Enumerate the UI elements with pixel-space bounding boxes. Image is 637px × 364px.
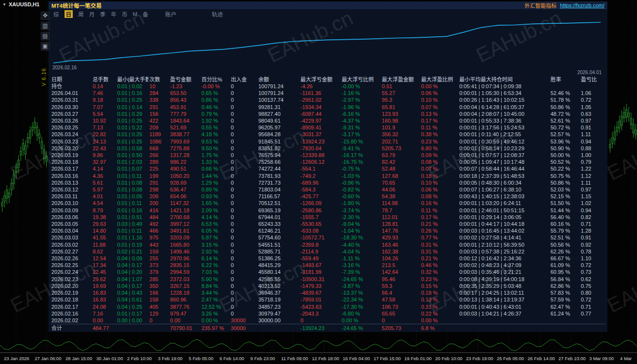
cell: 0:00:03 | 1:04:21 | 4:26:37: [458, 310, 550, 317]
time-axis-label: 16 Feb 04:00: [343, 356, 370, 361]
cell: 0: [230, 124, 258, 131]
menu-item-日[interactable]: 日: [65, 10, 73, 18]
cell: 0.06 %: [420, 186, 458, 193]
cell: 12.52 %: [200, 303, 230, 310]
menu-item-月[interactable]: 月: [89, 10, 95, 18]
cell: 0.01 | 0.05: [116, 193, 148, 200]
menu-item-M[interactable]: M: [133, 11, 138, 17]
cell: 61.09 %: [550, 262, 580, 269]
cell: 9.50 %: [200, 145, 230, 152]
time-axis-label: 6 Feb 14:00: [220, 356, 245, 361]
cell: 0.04 | 0.25: [116, 303, 148, 310]
menu-item-季[interactable]: 季: [100, 10, 106, 18]
cell: [550, 83, 580, 90]
time-axis-label: 30 Jan 01:00: [97, 356, 123, 361]
stats-table-head-row: 日期总手数最小|最大手数次数盈亏金额百分比%出入金余额最大浮亏金额最大浮亏比例最…: [50, 75, 605, 83]
cell: 2835.15: [169, 262, 201, 269]
cell: 1.22: [580, 165, 605, 172]
cell: 0.72: [580, 296, 605, 303]
cell: 55.27: [381, 90, 420, 96]
cell: 2026.03.10: [50, 200, 92, 206]
column-header: 最小平均最大持仓时间: [458, 75, 550, 83]
cell: 200: [148, 200, 169, 206]
cell: 156: [148, 111, 169, 117]
cell: 10.92: [92, 117, 116, 124]
menu-item-备[interactable]: 备: [143, 10, 148, 18]
cell: 0.00 %: [420, 83, 458, 90]
cell: 0.04 | 1.07: [116, 276, 148, 283]
cell: 0.65 %: [200, 90, 230, 96]
chart-window-icon[interactable]: ▣: [41, 42, 49, 50]
cell: 0:00:04 | 2:08:07 | 10:45:00: [458, 111, 550, 117]
cell: 0.78: [580, 248, 605, 255]
cell: 0: [148, 317, 169, 324]
cell: 159: [148, 248, 169, 255]
chart-symbol-label[interactable]: ▼ XAUUSD,H1: [2, 1, 40, 7]
cell: 100791.24: [257, 90, 299, 96]
time-axis[interactable]: 23 Jan 202627 Jan 06:0028 Jan 15:0030 Ja…: [0, 352, 637, 364]
cell: 0.01 | 0.58: [116, 145, 148, 152]
cell: 0.15 %: [420, 283, 458, 289]
indicator-list-icon[interactable]: ▤: [41, 32, 49, 40]
cell: 22.45: [92, 269, 116, 275]
cell: 0: [230, 262, 258, 269]
menu-item-账户[interactable]: 账户: [165, 10, 177, 18]
cell: 101.9: [381, 124, 420, 131]
cell: 51.50 %: [550, 200, 580, 206]
cell: 0: [230, 289, 258, 296]
cell: 114.98: [381, 200, 420, 206]
cell: 163.46: [381, 241, 420, 248]
cell: 51386.25: [257, 255, 299, 262]
move-cross-icon[interactable]: ✥: [41, 12, 49, 20]
table-row: 2026.03.104.540.01 | 0.112001147.321.65 …: [50, 200, 605, 206]
cell: 0.01 | 0.25: [116, 96, 148, 103]
menu-item-轨迹[interactable]: 轨迹: [212, 10, 223, 18]
cell: 42585.55: [257, 276, 299, 283]
cell: 2026.02.25: [50, 262, 92, 269]
cell: 67944.01: [257, 214, 299, 221]
cell: 2026.03.09: [50, 207, 92, 214]
cell: 0:00:01 | 0:55:33 | 7:38:36: [458, 117, 550, 124]
cell: [580, 83, 605, 90]
cell: 0.11 %: [420, 207, 458, 214]
column-header: 最大浮盈比例: [420, 75, 458, 83]
cell: 0: [230, 276, 258, 283]
cell: -10500.31: [299, 276, 341, 283]
menu-item-周[interactable]: 周: [78, 10, 84, 18]
cell: 69365.19: [257, 207, 299, 214]
cell: -1.11 %: [341, 255, 381, 262]
menu-item-年[interactable]: 年: [111, 10, 117, 18]
cell: 147.76: [381, 227, 420, 234]
cell: 2026.03.31: [50, 96, 92, 103]
cell: 0.94: [580, 207, 605, 214]
cell: 0.08 %: [420, 193, 458, 200]
menu-item-综[interactable]: 综: [53, 10, 59, 18]
chevron-down-icon[interactable]: ▼: [2, 2, 6, 7]
cell: 1086: [148, 138, 169, 145]
cell: -15.80 %: [341, 138, 381, 145]
cell: 0.00 %: [420, 317, 458, 324]
cell: 654.06: [169, 193, 201, 200]
cell: 30000.00: [257, 317, 299, 324]
cell: 0:00:12 | 0:16:42 | 2:34:36: [458, 255, 550, 262]
panel-title-bar: MT4统计每一笔交易 外汇智能指标 https://fxznzb.com/: [49, 1, 607, 9]
table-row: 2026.02.1816.830.04 | 0.61158860.962.47 …: [50, 296, 605, 303]
brand-area: 外汇智能指标 https://fxznzb.com/: [524, 1, 604, 9]
cell: -4.37 %: [341, 117, 381, 124]
cell: -3.17 %: [341, 131, 381, 138]
chart-end-date-label: 2026.04.01: [577, 70, 602, 75]
cell: -425.77: [299, 193, 341, 200]
brand-link[interactable]: https://fxznzb.com/: [560, 2, 604, 8]
cell: -12339.88: [299, 152, 341, 158]
cell: 0:00:03 | 0:35:46 | 3:21:21: [458, 269, 550, 275]
candlestick-chart-icon[interactable]: ▥: [41, 22, 49, 30]
cell: 95.3: [381, 96, 420, 103]
cell: 128.81: [381, 221, 420, 227]
cell: -5530.65: [299, 221, 341, 227]
cell: 0.23 %: [420, 276, 458, 283]
menu-item-币[interactable]: 币: [122, 10, 128, 18]
cell: 0.77: [580, 310, 605, 317]
cell: 2026.03.19: [50, 152, 92, 158]
cell: 2026.03.05: [50, 221, 92, 227]
cell: -3181.99: [299, 269, 341, 275]
